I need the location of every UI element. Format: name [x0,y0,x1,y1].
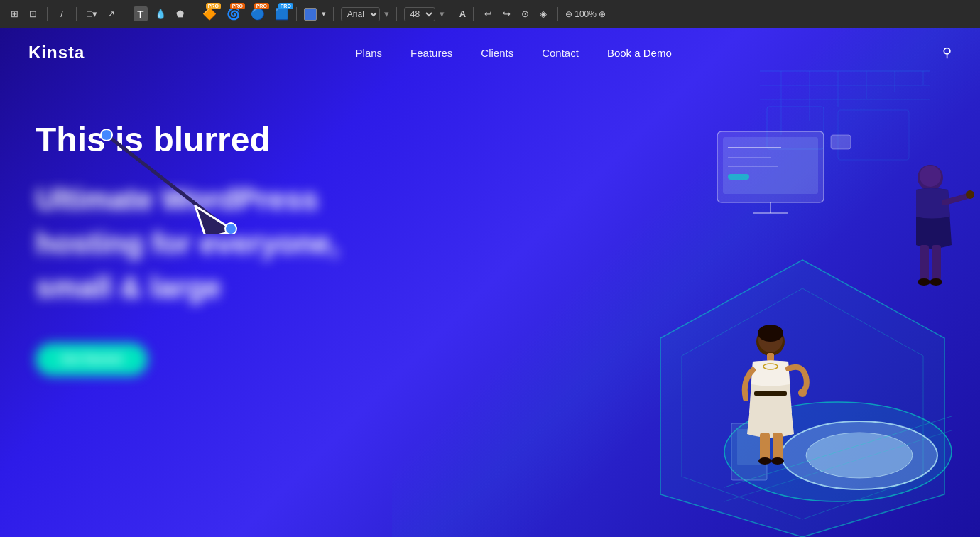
hero-blurred-content: Ultimate WordPress hosting for everyone,… [36,182,980,376]
mask-button[interactable]: ◈ [536,7,550,21]
character-figure-2 [916,153,980,309]
svg-rect-37 [773,433,783,461]
svg-rect-36 [760,433,770,461]
hero-blurred-line1: Ultimate WordPress [36,182,376,217]
font-family-select[interactable]: Arial [341,7,380,21]
color-arrow[interactable]: ▾ [322,9,326,18]
hero-section: This is blurred Ultimate WordPress hosti… [0,77,980,376]
select-icon[interactable]: ⊡ [26,7,40,21]
svg-point-42 [966,190,974,199]
toolbar: ⊞ ⊡ / □▾ ↗ T 💧 ⬟ 🔶 PRO 🌀 PRO 🔵 PRO 🟦 PRO… [0,0,980,28]
svg-point-38 [758,457,771,465]
font-size-arrow: ▾ [440,9,445,19]
character-figure [731,320,810,470]
pro-icon-3[interactable]: 🔵 PRO [251,7,265,21]
svg-point-46 [930,278,942,286]
pen-icon[interactable]: / [55,7,69,21]
nav-logo[interactable]: Kinsta [28,43,85,63]
nav-features[interactable]: Features [410,47,452,59]
hero-cta-button[interactable]: Get Started [36,343,148,376]
svg-point-31 [758,325,783,342]
separator-5 [296,7,297,21]
text-aa-icon[interactable]: A [459,9,466,19]
color-swatch[interactable] [304,8,317,21]
zoom-control[interactable]: ⊖ 100% ⊕ [565,9,606,19]
svg-rect-32 [767,353,774,362]
search-icon[interactable]: ⚲ [942,45,952,60]
pro-icon-4[interactable]: 🟦 PRO [275,7,289,21]
separator-4 [195,7,195,21]
svg-point-45 [918,278,930,286]
nav-book-demo[interactable]: Book a Demo [607,47,672,59]
history-button[interactable]: ⊙ [518,7,532,21]
separator-2 [76,7,77,21]
fill-icon[interactable]: 💧 [152,7,169,21]
blob-icon[interactable]: ⬟ [173,7,187,21]
canvas: Kinsta Plans Features Clients Contact Bo… [0,28,980,537]
arrow-icon[interactable]: ↗ [104,7,119,21]
zoom-decrease-icon[interactable]: ⊖ [565,9,572,19]
zoom-increase-icon[interactable]: ⊕ [599,9,606,19]
svg-rect-33 [754,391,787,396]
svg-point-35 [798,389,807,397]
hero-visible-title: This is blurred [36,119,980,161]
zoom-value: 100% [575,9,597,19]
frame-icon[interactable]: ⊞ [7,7,21,21]
nav-contact[interactable]: Contact [542,47,579,59]
text-icon[interactable]: T [134,6,148,21]
nav-clients[interactable]: Clients [481,47,513,59]
nav-links: Plans Features Clients Contact Book a De… [356,47,672,59]
nav: Kinsta Plans Features Clients Contact Bo… [0,28,980,77]
hero-blurred-line2: hosting for everyone, [36,226,376,261]
font-family-arrow: ▾ [384,9,389,19]
redo-button[interactable]: ↪ [499,7,513,21]
separator-9 [473,7,474,21]
separator-1 [47,7,48,21]
font-size-select[interactable]: 48px [404,7,435,21]
svg-point-41 [920,166,941,187]
nav-plans[interactable]: Plans [356,47,383,59]
separator-8 [452,7,452,21]
undo-button[interactable]: ↩ [481,7,495,21]
separator-6 [333,7,334,21]
separator-3 [126,7,126,21]
separator-7 [396,7,397,21]
pro-icon-2[interactable]: 🌀 PRO [227,7,241,21]
separator-10 [557,7,558,21]
svg-rect-43 [920,245,929,281]
hero-blurred-line3: small & large [36,270,376,305]
pro-icon-1[interactable]: 🔶 PRO [202,7,217,21]
svg-rect-44 [932,245,941,281]
svg-point-39 [771,457,784,465]
shape-icon[interactable]: □▾ [84,7,100,21]
